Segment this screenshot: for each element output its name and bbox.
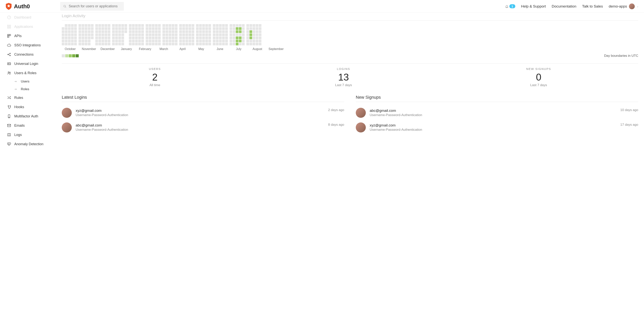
- heatmap-cell[interactable]: [85, 27, 88, 30]
- heatmap-cell[interactable]: [236, 24, 238, 27]
- heatmap-cell[interactable]: [152, 43, 154, 45]
- heatmap-cell[interactable]: [192, 27, 194, 30]
- heatmap-cell[interactable]: [98, 24, 101, 27]
- heatmap-cell[interactable]: [152, 40, 154, 42]
- heatmap-cell[interactable]: [172, 34, 174, 36]
- heatmap-cell[interactable]: [242, 40, 245, 42]
- heatmap-cell[interactable]: [256, 34, 258, 36]
- heatmap-cell[interactable]: [118, 27, 121, 30]
- heatmap-cell[interactable]: [213, 27, 216, 30]
- heatmap-cell[interactable]: [168, 34, 171, 36]
- heatmap-cell[interactable]: [188, 43, 191, 45]
- heatmap-cell[interactable]: [74, 30, 77, 33]
- heatmap-cell[interactable]: [168, 27, 171, 30]
- sidebar-item-hooks[interactable]: Hooks: [6, 102, 58, 112]
- heatmap-cell[interactable]: [186, 43, 188, 45]
- heatmap-cell[interactable]: [65, 43, 68, 45]
- heatmap-cell[interactable]: [242, 27, 245, 30]
- heatmap-cell[interactable]: [172, 40, 174, 42]
- heatmap-cell[interactable]: [78, 43, 81, 45]
- heatmap-cell[interactable]: [78, 40, 81, 42]
- heatmap-cell[interactable]: [162, 37, 165, 39]
- heatmap-cell[interactable]: [78, 34, 81, 36]
- heatmap-cell[interactable]: [172, 43, 174, 45]
- heatmap-cell[interactable]: [166, 30, 168, 33]
- heatmap-cell[interactable]: [98, 37, 101, 39]
- heatmap-cell[interactable]: [222, 24, 225, 27]
- heatmap-cell[interactable]: [132, 37, 135, 39]
- heatmap-cell[interactable]: [124, 30, 127, 33]
- heatmap-cell[interactable]: [138, 34, 141, 36]
- heatmap-cell[interactable]: [162, 24, 165, 27]
- heatmap-cell[interactable]: [121, 27, 124, 30]
- list-item[interactable]: abc@gmail.comUsername-Password-Authentic…: [62, 120, 344, 135]
- heatmap-cell[interactable]: [135, 34, 138, 36]
- heatmap-cell[interactable]: [91, 37, 94, 39]
- heatmap-cell[interactable]: [259, 27, 262, 30]
- sidebar-item-applications[interactable]: Applications: [6, 22, 58, 31]
- heatmap-cell[interactable]: [166, 37, 168, 39]
- heatmap-cell[interactable]: [149, 37, 152, 39]
- heatmap-cell[interactable]: [82, 40, 84, 42]
- heatmap-cell[interactable]: [62, 37, 64, 39]
- heatmap-cell[interactable]: [82, 30, 84, 33]
- heatmap-cell[interactable]: [91, 34, 94, 36]
- heatmap-cell[interactable]: [146, 27, 148, 30]
- heatmap-cell[interactable]: [88, 43, 90, 45]
- heatmap-cell[interactable]: [239, 30, 242, 33]
- heatmap-cell[interactable]: [158, 34, 161, 36]
- heatmap-cell[interactable]: [88, 40, 90, 42]
- heatmap-cell[interactable]: [219, 24, 222, 27]
- heatmap-cell[interactable]: [166, 24, 168, 27]
- search-input-wrap[interactable]: [60, 2, 124, 11]
- heatmap-cell[interactable]: [202, 34, 205, 36]
- heatmap-cell[interactable]: [259, 30, 262, 33]
- heatmap-cell[interactable]: [115, 34, 118, 36]
- heatmap-cell[interactable]: [225, 40, 228, 42]
- heatmap-cell[interactable]: [175, 43, 178, 45]
- heatmap-cell[interactable]: [162, 43, 165, 45]
- heatmap-cell[interactable]: [199, 24, 202, 27]
- heatmap-cell[interactable]: [121, 37, 124, 39]
- stat-signups[interactable]: NEW SIGNUPS 0 Last 7 days: [526, 67, 551, 87]
- heatmap-cell[interactable]: [118, 30, 121, 33]
- heatmap-cell[interactable]: [179, 37, 182, 39]
- heatmap-cell[interactable]: [104, 24, 107, 27]
- sidebar-item-universal-login[interactable]: Universal Login: [6, 59, 58, 68]
- heatmap-cell[interactable]: [88, 30, 90, 33]
- heatmap-cell[interactable]: [129, 24, 132, 27]
- heatmap-cell[interactable]: [85, 37, 88, 39]
- heatmap-cell[interactable]: [88, 27, 90, 30]
- heatmap-cell[interactable]: [65, 30, 68, 33]
- heatmap-cell[interactable]: [216, 24, 218, 27]
- heatmap-cell[interactable]: [91, 27, 94, 30]
- heatmap-cell[interactable]: [216, 30, 218, 33]
- heatmap-cell[interactable]: [115, 40, 118, 42]
- heatmap-cell[interactable]: [132, 30, 135, 33]
- heatmap-cell[interactable]: [74, 27, 77, 30]
- heatmap-cell[interactable]: [155, 27, 158, 30]
- heatmap-cell[interactable]: [196, 24, 199, 27]
- heatmap-cell[interactable]: [141, 34, 144, 36]
- heatmap-cell[interactable]: [65, 27, 68, 30]
- heatmap-cell[interactable]: [192, 40, 194, 42]
- heatmap-cell[interactable]: [230, 30, 232, 33]
- heatmap-cell[interactable]: [246, 30, 249, 33]
- sidebar-item-rules[interactable]: Rules: [6, 93, 58, 102]
- stat-logins[interactable]: LOGINS 13 Last 7 days: [335, 67, 352, 87]
- heatmap-cell[interactable]: [242, 34, 245, 36]
- heatmap-cell[interactable]: [115, 43, 118, 45]
- heatmap-cell[interactable]: [129, 40, 132, 42]
- heatmap-cell[interactable]: [199, 27, 202, 30]
- heatmap-cell[interactable]: [124, 24, 127, 27]
- heatmap-cell[interactable]: [219, 37, 222, 39]
- heatmap-cell[interactable]: [135, 24, 138, 27]
- heatmap-cell[interactable]: [108, 37, 110, 39]
- heatmap-cell[interactable]: [71, 37, 74, 39]
- heatmap-cell[interactable]: [205, 37, 208, 39]
- heatmap-cell[interactable]: [186, 30, 188, 33]
- heatmap-cell[interactable]: [186, 24, 188, 27]
- heatmap-cell[interactable]: [98, 40, 101, 42]
- heatmap-cell[interactable]: [112, 40, 115, 42]
- heatmap-cell[interactable]: [196, 34, 199, 36]
